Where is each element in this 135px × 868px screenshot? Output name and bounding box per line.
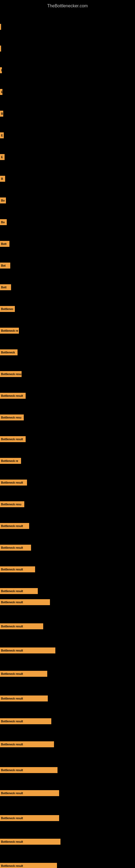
bar-label: Bott (1, 243, 6, 246)
bar-row: Bottleneck result (0, 717, 135, 725)
bar-row: B (0, 175, 135, 183)
bar-row: Bottleneck result (0, 789, 135, 797)
bar-rect: Bottleneck resu (0, 414, 24, 421)
bar-label: Bottleneck result (1, 769, 23, 772)
bar-row: Bo (0, 197, 135, 204)
bar-rect: Bott (0, 284, 11, 290)
bar-label: Bottleneck resu (1, 373, 21, 376)
bar-row: Bottleneck result (0, 479, 135, 486)
bar-row (0, 45, 135, 52)
bar-label: Bottleneck result (1, 525, 23, 528)
bar-row: Bottleneck result (0, 862, 135, 868)
bar-label: Bottleneck result (1, 649, 23, 652)
bar-rect: Bottleneck result (0, 545, 31, 551)
bar-label: Bottleneck re (1, 329, 18, 332)
bar-row: E (0, 131, 135, 139)
bar-rect: E (0, 154, 5, 160)
bar-row: Bot (0, 262, 135, 269)
bar-row: Bottleneck result (0, 565, 135, 573)
bar-rect: Bott (0, 241, 9, 247)
bar-rect: Bottleneck result (0, 623, 43, 629)
bar-label: Bottleneck result (1, 697, 23, 700)
bar-label: E (1, 69, 2, 72)
bar-label: Bottleneck result (1, 481, 23, 484)
bar-row: Bott (0, 283, 135, 291)
bar-label: Bottleneck result (1, 601, 23, 604)
bar-rect: Bottleneck result (0, 839, 60, 845)
bar-label: Bot (1, 264, 6, 267)
bar-row: Bottleneck result (0, 647, 135, 654)
bar-rect: Bottleneck result (0, 479, 27, 486)
bar-row: E (0, 66, 135, 74)
bar-label: Bottleneck result (1, 590, 23, 593)
bar-row: Bottleneck result (0, 814, 135, 822)
bar-label: E (1, 134, 3, 137)
bar-label: Bottleneck result (1, 546, 23, 549)
bar-row: Bottleneck result (0, 670, 135, 678)
bar-row (0, 23, 135, 31)
bar-rect: Bottleneck resu (0, 371, 21, 377)
bar-row: Bottleneck result (0, 435, 135, 443)
bar-label: Bottleneck result (1, 817, 23, 820)
bar-row: Bott (0, 240, 135, 248)
bar-label: Bottleneck result (1, 568, 23, 571)
bar-rect: Bo (0, 219, 7, 225)
bar-row: E (0, 153, 135, 161)
bar-label: B (1, 177, 3, 180)
bar-rect: Bottleneck result (0, 648, 55, 653)
bar-row: Bottleneck (0, 348, 135, 356)
bar-rect: Bottleneck result (0, 599, 50, 605)
bar-label: B (1, 112, 3, 115)
bar-rect: Bo (0, 197, 6, 204)
bar-label: Bottleneck re (1, 460, 18, 463)
bar-row: Bottleneck result (0, 544, 135, 552)
bar-label: Bottleneck resu (1, 503, 21, 506)
bar-row: Bottleneck result (0, 392, 135, 400)
bar-rect: Bottleneck result (0, 523, 29, 529)
bar-rect: Bottleneck resu (0, 501, 24, 507)
bar-rect: Bottleneck result (0, 741, 54, 747)
bar-row: Bottleneck result (0, 695, 135, 702)
bar-rect: Bottleneck re (0, 458, 21, 464)
bar-rect: E (0, 89, 2, 95)
bar-label: Bottleneck result (1, 673, 23, 675)
bar-row: B (0, 110, 135, 118)
bar-row: Bottleneck resu (0, 370, 135, 378)
bar-row: Bottleneck result (0, 587, 135, 595)
bar-row: Bottleneck result (0, 838, 135, 845)
bar-label: Bottleneck result (1, 394, 23, 397)
bar-row: Bottleneck result (0, 522, 135, 530)
bar-rect: Bottlenec (0, 306, 15, 312)
bar-rect: Bottleneck result (0, 767, 57, 773)
bar-label: Bottleneck (1, 351, 15, 354)
bar-rect: Bottleneck (0, 349, 17, 355)
bar-rect (0, 45, 1, 52)
bar-row: Bottleneck result (0, 622, 135, 630)
bar-label: Bottleneck result (1, 438, 23, 441)
bar-rect: Bot (0, 262, 10, 269)
bar-rect: B (0, 176, 5, 182)
bar-row: Bo (0, 218, 135, 226)
bar-row: Bottleneck result (0, 598, 135, 606)
bar-label: Bottleneck result (1, 865, 23, 867)
bar-label: Bottlenec (1, 308, 13, 311)
bar-label: E (1, 156, 3, 159)
bar-label: Bottleneck result (1, 720, 23, 723)
bar-label: Bottleneck result (1, 840, 23, 843)
bar-row: Bottleneck resu (0, 500, 135, 508)
bar-rect: E (0, 67, 2, 73)
bar-row: Bottleneck re (0, 457, 135, 465)
bar-row: Bottleneck re (0, 327, 135, 335)
bar-label: Bottleneck result (1, 792, 23, 795)
site-title: TheBottlenecker.com (0, 1, 135, 10)
bar-rect (0, 24, 1, 30)
bar-label: Bottleneck result (1, 743, 23, 746)
bar-rect: Bottleneck re (0, 328, 19, 334)
bar-rect: Bottleneck result (0, 393, 26, 399)
bar-rect: B (0, 111, 3, 117)
bar-rect: Bottleneck result (0, 436, 26, 442)
bar-rect: Bottleneck result (0, 588, 38, 594)
bar-label: E (1, 91, 2, 94)
bar-rect: Bottleneck result (0, 566, 35, 572)
bar-row: Bottleneck result (0, 766, 135, 774)
